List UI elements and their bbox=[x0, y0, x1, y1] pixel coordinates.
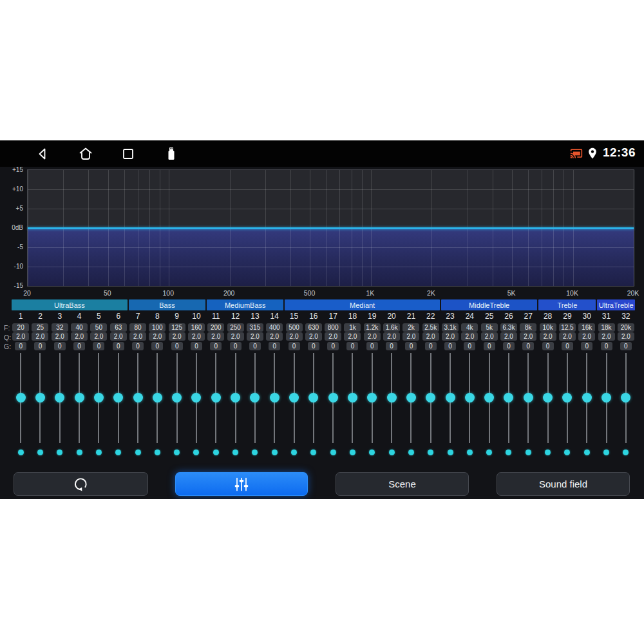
slider-knob[interactable] bbox=[465, 393, 475, 402]
slider-knob[interactable] bbox=[308, 393, 318, 402]
band-q-chip[interactable]: 2.0 bbox=[110, 332, 127, 341]
band-freq-chip[interactable]: 125 bbox=[169, 323, 185, 332]
band-gain-chip[interactable]: 0 bbox=[73, 342, 85, 350]
band-gain-chip[interactable]: 0 bbox=[289, 342, 300, 350]
slider-knob[interactable] bbox=[621, 393, 630, 402]
band-enable-dot[interactable] bbox=[115, 450, 121, 455]
band-freq-chip[interactable]: 2.5k bbox=[422, 323, 439, 332]
equalizer-button[interactable] bbox=[175, 472, 308, 496]
slider-knob[interactable] bbox=[94, 393, 104, 402]
band-enable-dot[interactable] bbox=[448, 450, 453, 455]
band-enable-dot[interactable] bbox=[37, 450, 43, 455]
band-enable-dot[interactable] bbox=[96, 450, 102, 455]
band-enable-dot[interactable] bbox=[291, 450, 297, 455]
band-q-chip[interactable]: 2.0 bbox=[149, 332, 166, 341]
scene-button[interactable]: Scene bbox=[336, 472, 469, 496]
band-freq-chip[interactable]: 1k bbox=[344, 323, 361, 332]
band-enable-dot[interactable] bbox=[155, 450, 160, 455]
band-gain-chip[interactable]: 0 bbox=[405, 342, 417, 350]
band-freq-chip[interactable]: 1.6k bbox=[383, 323, 400, 332]
band-gain-chip[interactable]: 0 bbox=[562, 342, 573, 350]
band-q-chip[interactable]: 2.0 bbox=[12, 332, 29, 341]
band-gain-chip[interactable]: 0 bbox=[327, 342, 339, 350]
sound-field-button[interactable]: Sound field bbox=[497, 472, 630, 496]
band-gain-chip[interactable]: 0 bbox=[34, 342, 46, 350]
band-enable-dot[interactable] bbox=[545, 450, 551, 455]
band-freq-chip[interactable]: 400 bbox=[266, 323, 283, 332]
band-freq-chip[interactable]: 32 bbox=[52, 323, 68, 332]
band-q-chip[interactable]: 2.0 bbox=[71, 332, 88, 341]
band-freq-chip[interactable]: 630 bbox=[305, 323, 322, 332]
band-q-chip[interactable]: 2.0 bbox=[247, 332, 263, 341]
band-q-chip[interactable]: 2.0 bbox=[129, 332, 146, 341]
band-enable-dot[interactable] bbox=[272, 450, 278, 455]
band-gain-chip[interactable]: 0 bbox=[522, 342, 534, 350]
band-freq-chip[interactable]: 80 bbox=[129, 323, 146, 332]
band-enable-dot[interactable] bbox=[506, 450, 511, 455]
home-icon[interactable] bbox=[78, 146, 93, 162]
band-gain-chip[interactable]: 0 bbox=[425, 342, 437, 350]
band-enable-dot[interactable] bbox=[193, 450, 199, 455]
back-icon[interactable] bbox=[35, 146, 50, 162]
band-enable-dot[interactable] bbox=[408, 450, 414, 455]
band-freq-chip[interactable]: 6.3k bbox=[500, 323, 517, 332]
slider-knob[interactable] bbox=[582, 393, 592, 402]
band-gain-chip[interactable]: 0 bbox=[484, 342, 495, 350]
band-freq-chip[interactable]: 5k bbox=[481, 323, 498, 332]
band-q-chip[interactable]: 2.0 bbox=[188, 332, 205, 341]
band-gain-chip[interactable]: 0 bbox=[601, 342, 612, 350]
slider-knob[interactable] bbox=[153, 393, 162, 402]
band-q-chip[interactable]: 2.0 bbox=[481, 332, 498, 341]
band-gain-chip[interactable]: 0 bbox=[269, 342, 280, 350]
slider-knob[interactable] bbox=[504, 393, 513, 402]
band-freq-chip[interactable]: 16k bbox=[578, 323, 595, 332]
band-enable-dot[interactable] bbox=[389, 450, 395, 455]
band-gain-chip[interactable]: 0 bbox=[171, 342, 183, 350]
band-q-chip[interactable]: 2.0 bbox=[442, 332, 459, 341]
band-enable-dot[interactable] bbox=[486, 450, 492, 455]
band-freq-chip[interactable]: 25 bbox=[32, 323, 48, 332]
band-enable-dot[interactable] bbox=[57, 450, 62, 455]
slider-knob[interactable] bbox=[191, 393, 201, 402]
slider-knob[interactable] bbox=[113, 393, 123, 402]
band-gain-chip[interactable]: 0 bbox=[249, 342, 261, 350]
band-enable-dot[interactable] bbox=[526, 450, 531, 455]
band-gain-chip[interactable]: 0 bbox=[542, 342, 554, 350]
band-enable-dot[interactable] bbox=[623, 450, 629, 455]
slider-knob[interactable] bbox=[348, 393, 357, 402]
band-enable-dot[interactable] bbox=[564, 450, 570, 455]
slider-knob[interactable] bbox=[211, 393, 221, 402]
band-freq-chip[interactable]: 2k bbox=[402, 323, 419, 332]
band-q-chip[interactable]: 2.0 bbox=[461, 332, 478, 341]
band-freq-chip[interactable]: 200 bbox=[207, 323, 224, 332]
band-freq-chip[interactable]: 4k bbox=[461, 323, 478, 332]
band-q-chip[interactable]: 2.0 bbox=[227, 332, 244, 341]
band-enable-dot[interactable] bbox=[369, 450, 375, 455]
slider-knob[interactable] bbox=[172, 393, 182, 402]
band-q-chip[interactable]: 2.0 bbox=[598, 332, 615, 341]
band-enable-dot[interactable] bbox=[584, 450, 590, 455]
slider-knob[interactable] bbox=[562, 393, 572, 402]
band-enable-dot[interactable] bbox=[603, 450, 609, 455]
band-freq-chip[interactable]: 250 bbox=[227, 323, 244, 332]
band-enable-dot[interactable] bbox=[467, 450, 473, 455]
band-gain-chip[interactable]: 0 bbox=[113, 342, 124, 350]
usb-device-icon[interactable] bbox=[164, 146, 179, 162]
slider-knob[interactable] bbox=[387, 393, 397, 402]
band-gain-chip[interactable]: 0 bbox=[191, 342, 202, 350]
band-enable-dot[interactable] bbox=[350, 450, 355, 455]
band-freq-chip[interactable]: 18k bbox=[598, 323, 615, 332]
band-freq-chip[interactable]: 63 bbox=[110, 323, 127, 332]
slider-knob[interactable] bbox=[133, 393, 143, 402]
band-gain-chip[interactable]: 0 bbox=[444, 342, 456, 350]
slider-knob[interactable] bbox=[35, 393, 45, 402]
band-freq-chip[interactable]: 500 bbox=[286, 323, 303, 332]
band-gain-chip[interactable]: 0 bbox=[346, 342, 358, 350]
band-q-chip[interactable]: 2.0 bbox=[305, 332, 322, 341]
band-enable-dot[interactable] bbox=[252, 450, 258, 455]
band-enable-dot[interactable] bbox=[18, 450, 24, 455]
band-q-chip[interactable]: 2.0 bbox=[52, 332, 68, 341]
band-enable-dot[interactable] bbox=[77, 450, 82, 455]
band-gain-chip[interactable]: 0 bbox=[503, 342, 515, 350]
band-enable-dot[interactable] bbox=[174, 450, 180, 455]
